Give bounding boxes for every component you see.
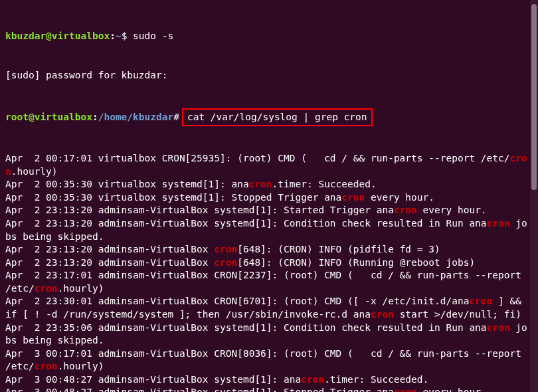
grep-match: cron (371, 309, 394, 320)
prompt2-at: @ (29, 112, 35, 122)
log-output: Apr 2 00:17:01 virtualbox CRON[25935]: (… (5, 152, 533, 392)
prompt-host: virtualbox (52, 31, 110, 41)
log-line: Apr 2 23:30:01 adminsam-VirtualBox CRON[… (5, 295, 533, 321)
prompt-line-2: root@virtualbox:/home/kbuzdar#cat /var/l… (5, 108, 533, 127)
grep-match: cron (214, 257, 237, 268)
sudo-password-line: [sudo] password for kbuzdar: (5, 69, 533, 82)
prompt-at: @ (46, 31, 52, 41)
prompt-colon: : (110, 31, 116, 41)
prompt2-user: root (5, 112, 29, 122)
log-line: Apr 2 23:13:20 adminsam-VirtualBox syste… (5, 204, 533, 217)
log-line: Apr 2 00:35:30 virtualbox systemd[1]: St… (5, 191, 533, 205)
prompt-line-1: kbuzdar@virtualbox:~$ sudo -s (5, 30, 533, 43)
log-line: Apr 2 23:35:06 adminsam-VirtualBox syste… (5, 322, 533, 347)
log-line: Apr 2 23:17:01 adminsam-VirtualBox CRON[… (5, 269, 533, 295)
log-line: Apr 3 00:48:27 adminsam-VirtualBox syste… (5, 373, 533, 387)
log-line: Apr 3 00:48:27 adminsam-VirtualBox syste… (5, 386, 533, 392)
prompt2-host: virtualbox (35, 112, 92, 122)
grep-match: cron (214, 244, 237, 254)
log-line: Apr 2 00:17:01 virtualbox CRON[25935]: (… (5, 152, 533, 178)
prompt2-symbol: # (173, 112, 179, 122)
prompt2-colon: : (92, 112, 98, 122)
grep-match: cron (341, 192, 365, 203)
log-line: Apr 2 23:13:20 adminsam-VirtualBox cron[… (5, 243, 533, 256)
log-line: Apr 2 23:13:20 adminsam-VirtualBox syste… (5, 217, 533, 243)
grep-match: cron (487, 322, 510, 333)
prompt-path: ~ (116, 31, 122, 41)
grep-match: cron (249, 179, 272, 189)
prompt2-path: /home/kbuzdar (98, 112, 174, 122)
log-line: Apr 2 23:13:20 adminsam-VirtualBox cron[… (5, 256, 533, 270)
prompt2-command: cat /var/log/syslog | grep cron (187, 112, 367, 122)
log-line: Apr 2 00:35:30 virtualbox systemd[1]: an… (5, 178, 533, 191)
grep-match: cron (469, 296, 492, 306)
scrollbar-thumb[interactable] (531, 4, 537, 190)
command-highlight-box: cat /var/log/syslog | grep cron (182, 108, 373, 127)
grep-match: cron (35, 283, 58, 294)
log-line: Apr 3 00:17:01 adminsam-VirtualBox CRON[… (5, 347, 533, 373)
grep-match: cron (35, 361, 58, 371)
grep-match: cron (394, 387, 417, 392)
grep-match: cron (487, 218, 510, 229)
prompt-command: sudo -s (127, 31, 173, 41)
terminal-output[interactable]: kbuzdar@virtualbox:~$ sudo -s [sudo] pas… (0, 0, 538, 392)
scrollbar-vertical[interactable] (530, 0, 538, 392)
grep-match: cron (301, 374, 324, 385)
grep-match: cron (394, 205, 417, 215)
prompt-user: kbuzdar (5, 31, 46, 41)
